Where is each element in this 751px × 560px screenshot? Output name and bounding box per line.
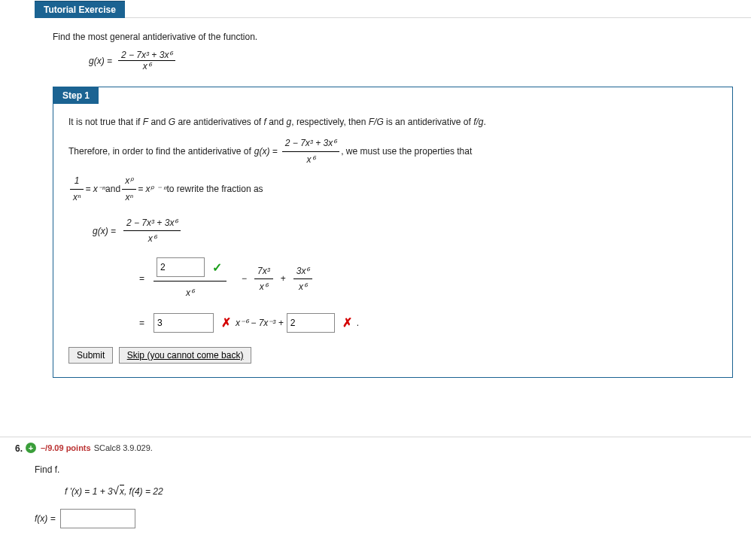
x-icon: ✗ [221, 312, 231, 333]
question-points: –/9.09 points [41, 443, 91, 452]
check-icon: ✓ [212, 257, 222, 278]
expand-icon[interactable]: + [26, 443, 36, 453]
q6-answer-row: f(x) = [35, 509, 751, 528]
q6-given: f '(x) = 1 + 3√x, f(4) = 22 [65, 484, 751, 497]
gx-label: g(x) = [89, 56, 112, 66]
coef-input-2[interactable] [287, 313, 335, 333]
submit-button[interactable]: Submit [68, 347, 113, 364]
skip-button[interactable]: Skip (you cannot come back) [119, 347, 252, 364]
coef-input-1[interactable] [154, 313, 214, 333]
step1-text: It is not true that if F and G are antid… [68, 114, 717, 129]
gx-restate: g(x) = 2 − 7x³ + 3x⁶ x⁶ [93, 215, 717, 247]
x-icon: ✗ [342, 312, 352, 333]
fx-input[interactable] [60, 509, 135, 528]
gx-fraction: 2 − 7x³ + 3x⁶ x⁶ [118, 50, 175, 72]
tutorial-prompt: Find the most general antiderivative of … [53, 32, 733, 42]
numerator-input-1[interactable] [157, 257, 205, 277]
tutorial-header: Tutorial Exercise [35, 1, 125, 18]
step1-line2: Therefore, in order to find the antideri… [68, 135, 717, 167]
step1-row2: = ✓ x⁶ − 7x³ x⁶ [133, 257, 717, 301]
step1-rules: 1 xⁿ = x⁻ⁿ and xᵖ xⁿ = xᵖ ⁻ ⁿ to rewrite… [68, 173, 717, 205]
q6-prompt: Find f. [35, 464, 751, 475]
question-ref: SCalc8 3.9.029. [94, 443, 153, 452]
step1-header: Step 1 [53, 87, 99, 104]
step1-row3: = ✗ x⁻⁶ − 7x⁻³ + ✗ . [133, 312, 717, 333]
question-number: 6. [0, 437, 23, 457]
question-6: 6. + –/9.09 points SCalc8 3.9.029. Find … [0, 437, 751, 528]
step1-box: Step 1 It is not true that if F and G ar… [53, 87, 733, 378]
